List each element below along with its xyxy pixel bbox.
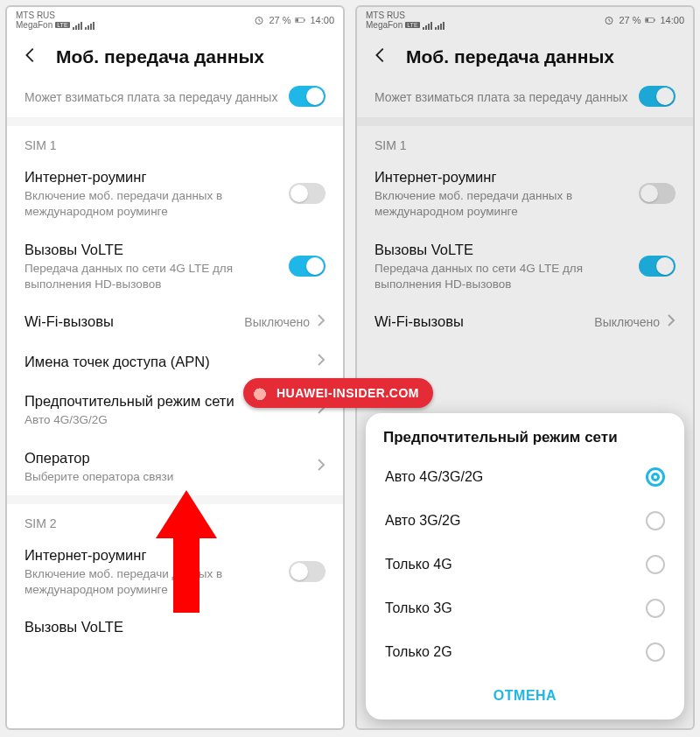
- radio-icon[interactable]: [646, 599, 665, 618]
- page-title: Моб. передача данных: [56, 46, 264, 67]
- signal-icon: [85, 21, 94, 30]
- chevron-right-icon: [317, 458, 326, 475]
- signal-icon: [423, 21, 432, 30]
- volte-desc: Передача данных по сети 4G LTE для выпол…: [374, 261, 639, 291]
- carrier-1: MTS RUS: [366, 11, 447, 20]
- watermark-badge: HUAWEI-INSIDER.COM: [243, 378, 433, 408]
- battery-pct: 27 %: [269, 15, 290, 25]
- dialog-option-label: Только 2G: [385, 644, 452, 660]
- volte-toggle[interactable]: [289, 256, 326, 277]
- dialog-option-auto-4g[interactable]: Авто 4G/3G/2G: [366, 455, 684, 499]
- radio-icon[interactable]: [646, 511, 665, 530]
- dialog-option-label: Только 3G: [385, 600, 452, 616]
- page-header: Моб. передача данных: [357, 33, 693, 75]
- network-mode-value: Авто 4G/3G/2G: [24, 412, 317, 428]
- wifi-calling-value: Выключено: [594, 315, 660, 329]
- sim2-roaming-toggle[interactable]: [289, 561, 326, 582]
- volte-title: Вызовы VoLTE: [24, 241, 289, 259]
- svg-rect-3: [297, 18, 299, 21]
- network-mode-dialog: Предпочтительный режим сети Авто 4G/3G/2…: [366, 413, 684, 719]
- wifi-calling-value: Выключено: [244, 315, 310, 329]
- mobile-data-toggle[interactable]: [639, 86, 676, 107]
- mobile-data-toggle-row[interactable]: Может взиматься плата за передачу данных: [357, 75, 693, 117]
- dialog-option-label: Только 4G: [385, 557, 452, 572]
- chevron-right-icon: [317, 313, 326, 331]
- sim1-section-label: SIM 1: [7, 126, 343, 158]
- dialog-option-auto-3g[interactable]: Авто 3G/2G: [366, 499, 684, 543]
- signal-icon: [73, 21, 82, 30]
- radio-icon[interactable]: [646, 642, 665, 662]
- sim2-volte-title: Вызовы VoLTE: [24, 618, 326, 636]
- mobile-data-toggle-row[interactable]: Может взиматься плата за передачу данных: [7, 75, 343, 117]
- wifi-calling-row[interactable]: Wi-Fi-вызовы Выключено: [7, 302, 343, 341]
- apn-row[interactable]: Имена точек доступа (APN): [7, 342, 343, 382]
- dialog-option-label: Авто 4G/3G/2G: [385, 469, 483, 485]
- network-badge: LTE: [405, 22, 419, 28]
- operator-title: Оператор: [24, 449, 317, 467]
- battery-pct: 27 %: [619, 15, 640, 25]
- roaming-desc: Включение моб. передачи данных в междуна…: [24, 188, 289, 219]
- battery-icon: [645, 15, 655, 25]
- dialog-title: Предпочтительный режим сети: [366, 413, 684, 455]
- svg-rect-2: [304, 19, 305, 22]
- radio-icon[interactable]: [646, 555, 665, 574]
- back-button[interactable]: [371, 46, 390, 68]
- roaming-title: Интернет-роуминг: [374, 168, 639, 186]
- volte-row[interactable]: Вызовы VoLTE Передача данных по сети 4G …: [357, 230, 693, 303]
- volte-desc: Передача данных по сети 4G LTE для выпол…: [24, 261, 289, 291]
- wifi-calling-row[interactable]: Wi-Fi-вызовы Выключено: [357, 302, 693, 341]
- roaming-row[interactable]: Интернет-роуминг Включение моб. передачи…: [7, 158, 343, 230]
- phone-screenshot-left: MTS RUS MegaFon LTE 27 % 14:00 Моб. пере…: [5, 5, 345, 730]
- watermark-text: HUAWEI-INSIDER.COM: [276, 386, 419, 400]
- radio-selected-icon[interactable]: [646, 467, 665, 487]
- sim1-section-label: SIM 1: [357, 126, 693, 158]
- carrier-2: MegaFon: [16, 21, 52, 30]
- alarm-icon: [604, 15, 614, 25]
- huawei-logo-icon: [248, 382, 271, 404]
- apn-title: Имена точек доступа (APN): [24, 353, 317, 371]
- phone-screenshot-right: MTS RUS MegaFon LTE 27 % 14:00 Моб. пере…: [355, 5, 695, 730]
- svg-rect-6: [654, 19, 655, 22]
- battery-icon: [295, 15, 305, 25]
- chevron-right-icon: [317, 353, 326, 370]
- dialog-option-only-4g[interactable]: Только 4G: [366, 543, 684, 586]
- roaming-toggle[interactable]: [289, 183, 326, 204]
- chevron-right-icon: [667, 313, 676, 331]
- mobile-data-desc: Может взиматься плата за передачу данных: [24, 89, 289, 105]
- status-bar: MTS RUS MegaFon LTE 27 % 14:00: [357, 7, 693, 33]
- carrier-1: MTS RUS: [16, 11, 97, 20]
- page-header: Моб. передача данных: [7, 33, 343, 75]
- dialog-option-only-3g[interactable]: Только 3G: [366, 586, 684, 630]
- operator-desc: Выберите оператора связи: [24, 469, 317, 485]
- clock: 14:00: [310, 15, 334, 25]
- roaming-row[interactable]: Интернет-роуминг Включение моб. передачи…: [357, 158, 693, 230]
- back-button[interactable]: [21, 46, 40, 68]
- dialog-option-label: Авто 3G/2G: [385, 513, 460, 529]
- status-bar: MTS RUS MegaFon LTE 27 % 14:00: [7, 7, 343, 33]
- operator-row[interactable]: Оператор Выберите оператора связи: [7, 439, 343, 495]
- roaming-desc: Включение моб. передачи данных в междуна…: [374, 188, 639, 219]
- page-title: Моб. передача данных: [406, 46, 614, 67]
- carrier-2: MegaFon: [366, 21, 402, 30]
- wifi-calling-title: Wi-Fi-вызовы: [374, 312, 594, 331]
- alarm-icon: [254, 15, 264, 25]
- network-badge: LTE: [55, 22, 69, 28]
- dialog-option-only-2g[interactable]: Только 2G: [366, 630, 684, 674]
- dialog-cancel-button[interactable]: ОТМЕНА: [366, 674, 684, 714]
- roaming-toggle[interactable]: [639, 183, 676, 204]
- volte-title: Вызовы VoLTE: [374, 241, 639, 259]
- mobile-data-toggle[interactable]: [289, 86, 326, 107]
- roaming-title: Интернет-роуминг: [24, 168, 289, 186]
- volte-row[interactable]: Вызовы VoLTE Передача данных по сети 4G …: [7, 230, 343, 303]
- svg-rect-7: [647, 18, 649, 21]
- signal-icon: [435, 21, 444, 30]
- volte-toggle[interactable]: [639, 256, 676, 277]
- wifi-calling-title: Wi-Fi-вызовы: [24, 312, 244, 331]
- annotation-arrow-icon: [156, 490, 217, 616]
- clock: 14:00: [660, 15, 684, 25]
- mobile-data-desc: Может взиматься плата за передачу данных: [374, 89, 639, 105]
